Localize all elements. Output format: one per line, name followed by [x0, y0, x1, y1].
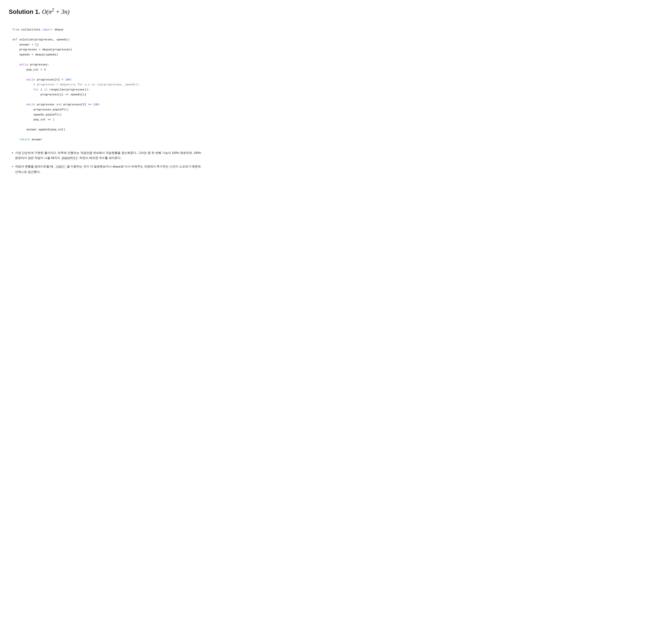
zip-inline-code: zip() — [55, 165, 66, 169]
page-title: Solution 1. O(n2 + 3n) — [9, 7, 201, 16]
list-item: 작업의 현황을 업데이트할 때, zip() 을 이용하는 것이 더 깔끔해보이… — [15, 164, 201, 174]
code-block: from collections import deque def soluti… — [9, 21, 201, 144]
bullet-list: 가장 단순하게 구현한 풀이이다. 하루에 진행되는 작업만큼 계속해서 작업현… — [9, 150, 201, 175]
list-item: 가장 단순하게 구현한 풀이이다. 하루에 진행되는 작업만큼 계속해서 작업현… — [15, 150, 201, 161]
popleft-inline-code: popleft() — [61, 156, 78, 160]
